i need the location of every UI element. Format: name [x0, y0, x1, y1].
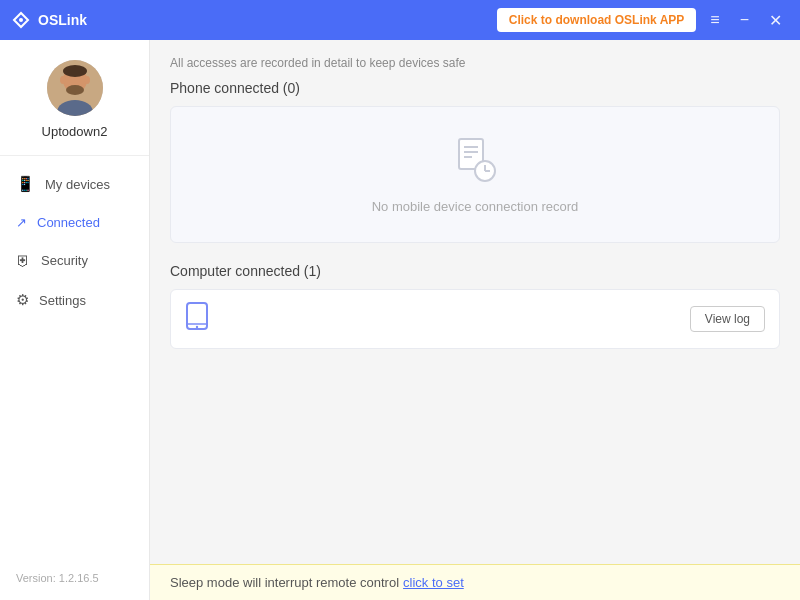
app-body: Uptodown2 📱 My devices ↗ Connected ⛨ Sec… [0, 40, 800, 600]
sidebar-item-my-devices[interactable]: 📱 My devices [0, 164, 149, 204]
avatar [47, 60, 103, 116]
sidebar-item-my-devices-label: My devices [45, 177, 110, 192]
safety-note: All accesses are recorded in detail to k… [170, 56, 780, 70]
sleep-banner-text: Sleep mode will interrupt remote control [170, 575, 399, 590]
computer-section: Computer connected (1) View log [170, 263, 780, 349]
sleep-set-link[interactable]: click to set [403, 575, 464, 590]
computer-device-icon [185, 302, 209, 336]
download-prefix: Click to download [509, 13, 615, 27]
svg-point-4 [63, 65, 87, 77]
sleep-mode-banner: Sleep mode will interrupt remote control… [150, 564, 800, 600]
app-title: OSLink [38, 12, 87, 28]
sidebar-item-connected-label: Connected [37, 215, 100, 230]
main-content: All accesses are recorded in detail to k… [150, 40, 800, 600]
phone-section-title: Phone connected (0) [170, 80, 780, 96]
connected-icon: ↗ [16, 215, 27, 230]
nav-menu: 📱 My devices ↗ Connected ⛨ Security ⚙ Se… [0, 156, 149, 564]
svg-point-7 [60, 76, 66, 84]
sidebar-item-security[interactable]: ⛨ Security [0, 241, 149, 280]
titlebar-controls: Click to download OSLink APP ≡ − ✕ [497, 8, 788, 32]
phone-empty-box: No mobile device connection record [170, 106, 780, 243]
no-phone-record-icon [451, 135, 499, 189]
sidebar-item-connected[interactable]: ↗ Connected [0, 204, 149, 241]
minimize-button[interactable]: − [734, 9, 755, 31]
sidebar-item-settings-label: Settings [39, 293, 86, 308]
svg-point-1 [19, 18, 23, 22]
view-log-button[interactable]: View log [690, 306, 765, 332]
svg-point-18 [196, 326, 198, 328]
sidebar-item-security-label: Security [41, 253, 88, 268]
computer-section-title: Computer connected (1) [170, 263, 780, 279]
svg-point-8 [84, 76, 90, 84]
svg-point-5 [66, 85, 84, 95]
svg-rect-16 [187, 303, 207, 329]
app-logo-icon [12, 11, 30, 29]
close-button[interactable]: ✕ [763, 9, 788, 32]
version-label: Version: 1.2.16.5 [0, 564, 149, 592]
sidebar: Uptodown2 📱 My devices ↗ Connected ⛨ Sec… [0, 40, 150, 600]
username: Uptodown2 [42, 124, 108, 139]
sidebar-item-settings[interactable]: ⚙ Settings [0, 280, 149, 320]
phone-section: Phone connected (0) [170, 80, 780, 243]
computer-row: View log [170, 289, 780, 349]
security-icon: ⛨ [16, 252, 31, 269]
no-phone-text: No mobile device connection record [372, 199, 579, 214]
user-section: Uptodown2 [0, 40, 149, 156]
titlebar: OSLink Click to download OSLink APP ≡ − … [0, 0, 800, 40]
download-brand: OSLink APP [615, 13, 685, 27]
titlebar-title: OSLink [12, 11, 87, 29]
content-area: All accesses are recorded in detail to k… [150, 40, 800, 564]
settings-icon: ⚙ [16, 291, 29, 309]
my-devices-icon: 📱 [16, 175, 35, 193]
download-app-button[interactable]: Click to download OSLink APP [497, 8, 697, 32]
menu-button[interactable]: ≡ [704, 9, 725, 31]
